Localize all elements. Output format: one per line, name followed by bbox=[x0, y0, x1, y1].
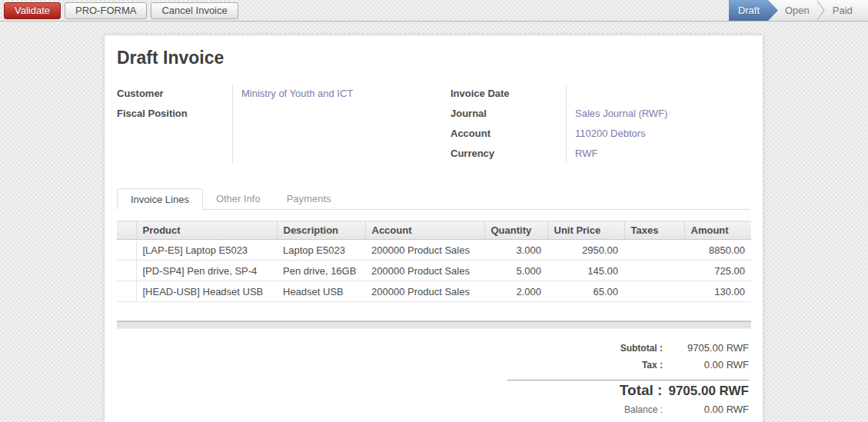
page-title: Draft Invoice bbox=[117, 48, 750, 68]
total-value: 9705.00 RWF bbox=[668, 384, 749, 399]
total-row: Total : 9705.00 RWF bbox=[507, 382, 749, 404]
product-cell[interactable]: [LAP-E5] Laptop E5023 bbox=[136, 240, 277, 261]
totals-section: Subtotal : 9705.00 RWF Tax : 0.00 RWF To… bbox=[507, 342, 749, 420]
customer-label: Customer bbox=[117, 84, 232, 104]
amount-cell[interactable]: 725.00 bbox=[684, 261, 751, 281]
fiscal-position-label: Fiscal Position bbox=[117, 104, 232, 124]
status-bar: Draft Open Paid bbox=[729, 0, 868, 21]
description-cell[interactable]: Headset USB bbox=[277, 281, 365, 302]
handle-column-header bbox=[117, 221, 136, 240]
taxes-cell[interactable] bbox=[624, 240, 684, 261]
quantity-cell[interactable]: 3.000 bbox=[484, 240, 547, 261]
proforma-button[interactable]: PRO-FORMA bbox=[65, 2, 147, 19]
amount-cell[interactable]: 130.00 bbox=[684, 281, 751, 302]
description-cell[interactable]: Laptop E5023 bbox=[277, 240, 365, 261]
invoice-date-label: Invoice Date bbox=[451, 84, 566, 104]
taxes-cell[interactable] bbox=[624, 281, 684, 302]
cancel-invoice-button[interactable]: Cancel Invoice bbox=[151, 2, 238, 19]
taxes-column-header[interactable]: Taxes bbox=[624, 221, 684, 240]
form-fields: Customer Fiscal Position Ministry of You… bbox=[117, 84, 750, 164]
quantity-column-header[interactable]: Quantity bbox=[484, 221, 547, 240]
row-handle-cell bbox=[117, 240, 136, 261]
table-header-row: Product Description Account Quantity Uni… bbox=[117, 221, 751, 240]
notebook-tabs: Invoice Lines Other Info Payments bbox=[117, 188, 750, 210]
invoice-date-value bbox=[567, 84, 750, 104]
journal-value[interactable]: Sales Journal (RWF) bbox=[567, 104, 750, 124]
tab-payments[interactable]: Payments bbox=[274, 188, 344, 210]
quantity-cell[interactable]: 5.000 bbox=[484, 261, 547, 281]
tax-label: Tax : bbox=[507, 360, 672, 370]
invoice-lines-table: Product Description Account Quantity Uni… bbox=[117, 221, 751, 302]
taxes-cell[interactable] bbox=[624, 261, 684, 281]
chevron-right-icon bbox=[816, 0, 826, 21]
fiscal-position-value bbox=[233, 104, 451, 124]
balance-value: 0.00 RWF bbox=[672, 404, 749, 415]
amount-cell[interactable]: 8850.00 bbox=[684, 240, 751, 261]
account-column-header[interactable]: Account bbox=[365, 221, 484, 240]
amount-column-header[interactable]: Amount bbox=[684, 221, 751, 240]
unit-price-cell[interactable]: 65.00 bbox=[547, 281, 624, 302]
account-cell[interactable]: 200000 Product Sales bbox=[365, 261, 484, 281]
tax-value: 0.00 RWF bbox=[672, 359, 749, 370]
status-state-open: Open bbox=[778, 5, 816, 16]
status-state-paid: Paid bbox=[826, 5, 860, 16]
account-cell[interactable]: 200000 Product Sales bbox=[365, 281, 484, 302]
validate-button[interactable]: Validate bbox=[4, 2, 61, 19]
currency-value[interactable]: RWF bbox=[567, 144, 750, 164]
total-label: Total : bbox=[507, 382, 668, 399]
balance-row: Balance : 0.00 RWF bbox=[507, 404, 749, 420]
subtotal-label: Subtotal : bbox=[507, 343, 672, 354]
unit-price-cell[interactable]: 145.00 bbox=[547, 261, 624, 281]
tab-other-info[interactable]: Other Info bbox=[203, 188, 274, 210]
quantity-cell[interactable]: 2.000 bbox=[484, 281, 547, 302]
customer-value[interactable]: Ministry of Youth and ICT bbox=[233, 84, 451, 104]
row-handle-cell bbox=[117, 261, 136, 281]
account-value[interactable]: 110200 Debtors bbox=[567, 124, 750, 144]
unit-price-column-header[interactable]: Unit Price bbox=[547, 221, 624, 240]
table-row[interactable]: [PD-SP4] Pen drive, SP-4 Pen drive, 16GB… bbox=[117, 261, 751, 281]
currency-label: Currency bbox=[451, 144, 566, 164]
description-cell[interactable]: Pen drive, 16GB bbox=[277, 261, 365, 281]
totals-divider bbox=[507, 380, 749, 380]
horizontal-scrollbar[interactable] bbox=[117, 321, 751, 329]
field-group-left: Customer Fiscal Position Ministry of You… bbox=[117, 84, 451, 164]
product-cell[interactable]: [HEAD-USB] Headset USB bbox=[136, 281, 277, 302]
account-cell[interactable]: 200000 Product Sales bbox=[365, 240, 484, 261]
table-row[interactable]: [HEAD-USB] Headset USB Headset USB 20000… bbox=[117, 281, 751, 302]
account-label: Account bbox=[451, 124, 566, 144]
row-handle-cell bbox=[117, 281, 136, 302]
field-group-right: Invoice Date Journal Account Currency Sa… bbox=[451, 84, 750, 164]
description-column-header[interactable]: Description bbox=[277, 221, 365, 240]
tax-row: Tax : 0.00 RWF bbox=[507, 359, 749, 376]
subtotal-row: Subtotal : 9705.00 RWF bbox=[507, 342, 749, 359]
unit-price-cell[interactable]: 2950.00 bbox=[547, 240, 624, 261]
product-column-header[interactable]: Product bbox=[136, 221, 277, 240]
journal-label: Journal bbox=[451, 104, 566, 124]
tab-invoice-lines[interactable]: Invoice Lines bbox=[117, 188, 203, 210]
subtotal-value: 9705.00 RWF bbox=[672, 342, 749, 354]
table-row[interactable]: [LAP-E5] Laptop E5023 Laptop E5023 20000… bbox=[117, 240, 751, 261]
toolbar: Validate PRO-FORMA Cancel Invoice Draft … bbox=[0, 0, 868, 22]
balance-label: Balance : bbox=[507, 404, 672, 415]
product-cell[interactable]: [PD-SP4] Pen drive, SP-4 bbox=[136, 261, 277, 281]
status-state-draft: Draft bbox=[729, 0, 778, 21]
invoice-sheet: Draft Invoice Customer Fiscal Position M… bbox=[104, 35, 763, 422]
